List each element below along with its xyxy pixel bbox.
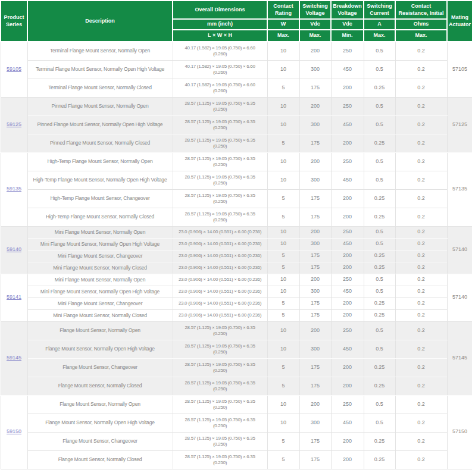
switching-current-cell: 0.25 — [364, 432, 395, 450]
header-mating-actuator: Mating Actuator — [447, 1, 472, 42]
contact-rating-cell: 5 — [267, 309, 299, 321]
dimensions-cell: 28.57 (1.125) × 19.05 (0.750) × 6.35 (0.… — [173, 115, 267, 134]
switching-voltage-cell: 200 — [299, 226, 331, 238]
description-cell: Mini Flange Mount Sensor, Changeover — [27, 250, 173, 262]
contact-resistance-cell: 0.2 — [395, 42, 447, 60]
mating-actuator-cell: 57140 — [447, 274, 472, 321]
contact-resistance-cell: 0.2 — [395, 309, 447, 321]
dimensions-cell: 28.57 (1.125) × 19.05 (0.750) × 6.35 (0.… — [173, 340, 267, 358]
table-row: High-Temp Flange Mount Sensor, Normally … — [1, 171, 472, 189]
contact-resistance-cell: 0.2 — [395, 189, 447, 208]
breakdown-voltage-cell: 200 — [331, 309, 364, 321]
contact-rating-cell: 10 — [267, 238, 299, 250]
product-spec-table: Product Series Description Overall Dimen… — [0, 0, 472, 469]
header-contact-rating-unit: W — [267, 19, 299, 30]
breakdown-voltage-cell: 450 — [331, 115, 364, 134]
dimensions-cell: 28.57 (1.125) × 19.05 (0.750) × 6.35 (0.… — [173, 97, 267, 115]
dimensions-cell: 40.17 (1.582) × 19.05 (0.750) × 6.60 (0.… — [173, 79, 267, 97]
switching-current-cell: 0.5 — [364, 226, 395, 238]
description-cell: Flange Mount Sensor, Normally Closed — [27, 450, 173, 469]
header-switching-voltage-limit: Max. — [299, 30, 331, 42]
table-row: Flange Mount Sensor, Normally Open High … — [1, 414, 472, 432]
contact-resistance-cell: 0.2 — [395, 358, 447, 377]
header-breakdown-voltage-unit: Vdc — [331, 19, 364, 30]
switching-voltage-cell: 200 — [299, 42, 331, 60]
switching-current-cell: 0.5 — [364, 42, 395, 60]
contact-rating-cell: 10 — [267, 274, 299, 286]
switching-current-cell: 0.25 — [364, 189, 395, 208]
product-series-link[interactable]: 59125 — [7, 121, 21, 127]
contact-resistance-cell: 0.2 — [395, 377, 447, 395]
breakdown-voltage-cell: 200 — [331, 134, 364, 152]
table-row: Terminal Flange Mount Sensor, Normally C… — [1, 79, 472, 97]
switching-voltage-cell: 300 — [299, 340, 331, 358]
switching-current-cell: 0.5 — [364, 414, 395, 432]
contact-resistance-cell: 0.2 — [395, 274, 447, 286]
mating-actuator-cell: 57135 — [447, 152, 472, 226]
dimensions-cell: 28.57 (1.125) × 19.05 (0.750) × 6.35 (0.… — [173, 414, 267, 432]
product-series-cell: 59125 — [1, 97, 27, 152]
dimensions-cell: 28.57 (1.125) × 19.05 (0.750) × 6.35 (0.… — [173, 171, 267, 189]
switching-voltage-cell: 200 — [299, 274, 331, 286]
breakdown-voltage-cell: 450 — [331, 171, 364, 189]
breakdown-voltage-cell: 200 — [331, 432, 364, 450]
contact-resistance-cell: 0.2 — [395, 152, 447, 171]
dimensions-cell: 23.0 (0.906) × 14.00 (0.551) × 6.00 (0.2… — [173, 286, 267, 298]
switching-voltage-cell: 175 — [299, 250, 331, 262]
contact-resistance-cell: 0.2 — [395, 432, 447, 450]
switching-current-cell: 0.25 — [364, 358, 395, 377]
dimensions-cell: 40.17 (1.582) × 19.05 (0.750) × 6.60 (0.… — [173, 60, 267, 79]
description-cell: Flange Mount Sensor, Normally Open High … — [27, 340, 173, 358]
header-breakdown-voltage: Breakdown Voltage — [331, 1, 364, 19]
switching-voltage-cell: 300 — [299, 171, 331, 189]
contact-rating-cell: 10 — [267, 286, 299, 298]
description-cell: High-Temp Flange Mount Sensor, Changeove… — [27, 189, 173, 208]
description-cell: Flange Mount Sensor, Normally Closed — [27, 377, 173, 395]
switching-current-cell: 0.25 — [364, 134, 395, 152]
contact-resistance-cell: 0.2 — [395, 171, 447, 189]
dimensions-cell: 28.57 (1.125) × 19.05 (0.750) × 6.35 (0.… — [173, 450, 267, 469]
contact-rating-cell: 5 — [267, 377, 299, 395]
product-series-link[interactable]: 59141 — [7, 294, 21, 300]
mating-actuator-cell: 57105 — [447, 42, 472, 97]
product-series-link[interactable]: 59105 — [7, 66, 21, 72]
switching-voltage-cell: 175 — [299, 377, 331, 395]
description-cell: Flange Mount Sensor, Changeover — [27, 432, 173, 450]
contact-rating-cell: 10 — [267, 414, 299, 432]
breakdown-voltage-cell: 250 — [331, 274, 364, 286]
contact-rating-cell: 10 — [267, 340, 299, 358]
table-row: Flange Mount Sensor, Normally Open High … — [1, 340, 472, 358]
header-contact-resistance: Contact Resistance, Initial — [395, 1, 447, 19]
breakdown-voltage-cell: 200 — [331, 377, 364, 395]
dimensions-cell: 23.0 (0.906) × 14.00 (0.551) × 6.00 (0.2… — [173, 250, 267, 262]
product-series-link[interactable]: 59135 — [7, 186, 21, 192]
contact-resistance-cell: 0.2 — [395, 97, 447, 115]
breakdown-voltage-cell: 250 — [331, 152, 364, 171]
switching-current-cell: 0.25 — [364, 79, 395, 97]
switching-voltage-cell: 175 — [299, 208, 331, 226]
product-series-link[interactable]: 59145 — [7, 355, 21, 361]
contact-resistance-cell: 0.2 — [395, 79, 447, 97]
product-series-link[interactable]: 59150 — [7, 428, 21, 434]
description-cell: Mini Flange Mount Sensor, Normally Close… — [27, 262, 173, 274]
header-overall-dimensions: Overall Dimensions — [173, 1, 267, 19]
switching-current-cell: 0.5 — [364, 97, 395, 115]
header-switching-voltage-unit: Vdc — [299, 19, 331, 30]
table-row: Mini Flange Mount Sensor, Changeover23.0… — [1, 298, 472, 309]
switching-current-cell: 0.5 — [364, 152, 395, 171]
breakdown-voltage-cell: 450 — [331, 414, 364, 432]
breakdown-voltage-cell: 200 — [331, 79, 364, 97]
breakdown-voltage-cell: 200 — [331, 450, 364, 469]
switching-voltage-cell: 175 — [299, 134, 331, 152]
table-row: Flange Mount Sensor, Changeover28.57 (1.… — [1, 432, 472, 450]
header-switching-current: Switching Current — [364, 1, 395, 19]
contact-rating-cell: 10 — [267, 395, 299, 414]
switching-current-cell: 0.5 — [364, 60, 395, 79]
dimensions-cell: 23.0 (0.906) × 14.00 (0.551) × 6.00 (0.2… — [173, 226, 267, 238]
description-cell: Terminal Flange Mount Sensor, Normally O… — [27, 42, 173, 60]
table-row: Pinned Flange Mount Sensor, Normally Ope… — [1, 115, 472, 134]
contact-resistance-cell: 0.2 — [395, 115, 447, 134]
breakdown-voltage-cell: 200 — [331, 298, 364, 309]
product-series-link[interactable]: 59140 — [7, 246, 21, 252]
dimensions-cell: 28.57 (1.125) × 19.05 (0.750) × 6.35 (0.… — [173, 358, 267, 377]
